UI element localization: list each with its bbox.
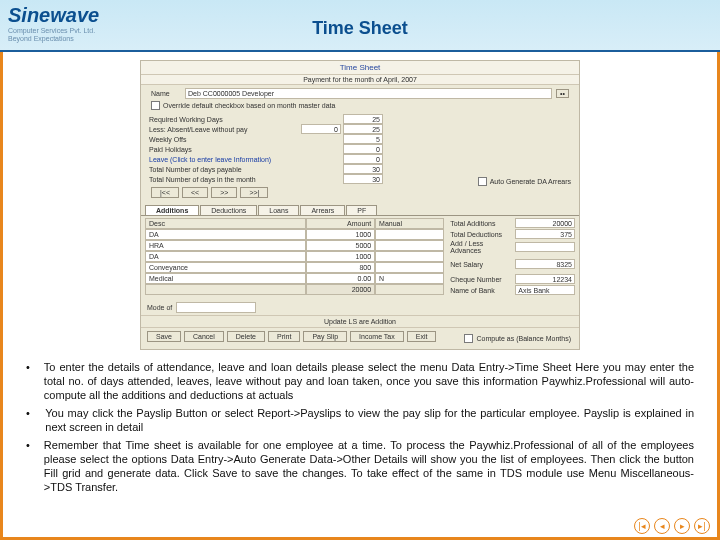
addless-label: Add / Less Advances [450,240,512,254]
payable-label: Total Number of days payable [149,166,299,173]
rec-first-button[interactable]: |<< [151,187,179,198]
list-item: •You may click the Payslip Button or sel… [26,406,694,434]
tab-additions[interactable]: Additions [145,205,199,215]
weekly-label: Weekly Offs [149,136,299,143]
da-arrears-checkbox[interactable] [478,177,487,186]
col-amount: Amount [306,218,375,229]
table-row: Medical0.00N [145,273,444,284]
incometax-button[interactable]: Income Tax [350,331,404,342]
col-desc: Desc [145,218,306,229]
tab-deductions[interactable]: Deductions [200,205,257,215]
exit-button[interactable]: Exit [407,331,437,342]
window-subtitle: Payment for the month of April, 2007 [141,75,579,85]
paid-value: 0 [343,144,383,154]
payable-value: 30 [343,164,383,174]
tab-arrears[interactable]: Arrears [300,205,345,215]
list-item: •Remember that Time sheet is available f… [26,438,694,494]
col-manual: Manual [375,218,444,229]
delete-button[interactable]: Delete [227,331,265,342]
bullet-list: •To enter the details of attendance, lea… [26,360,694,498]
absent-input[interactable]: 0 [301,124,341,134]
nav-next-icon[interactable]: ▸ [674,518,690,534]
rec-next-button[interactable]: >> [211,187,237,198]
tab-pf[interactable]: PF [346,205,377,215]
tot-ded-label: Total Deductions [450,231,512,238]
addless-value[interactable] [515,242,575,252]
cancel-button[interactable]: Cancel [184,331,224,342]
header: Sinewave Computer Services Pvt. Ltd. Bey… [0,0,720,52]
net-value: 8325 [515,259,575,269]
nav-first-icon[interactable]: |◂ [634,518,650,534]
bullet-icon: • [26,406,31,434]
tot-add-label: Total Additions [450,220,512,227]
update-ls-button[interactable]: Update LS are Addition [141,315,579,328]
bank-label: Name of Bank [450,287,512,294]
list-item: •To enter the details of attendance, lea… [26,360,694,402]
name-field[interactable]: Deb CC0000005 Developer [185,88,552,99]
tot-ded-value: 375 [515,229,575,239]
absent-label: Less: Absent/Leave without pay [149,126,299,133]
page-title: Time Sheet [0,18,720,39]
rec-prev-button[interactable]: << [182,187,208,198]
override-label: Override default checkbox based on month… [163,102,335,109]
nav-prev-icon[interactable]: ◂ [654,518,670,534]
inmonth-value: 30 [343,174,383,184]
leave-value: 0 [343,154,383,164]
compute-label: Compute as (Balance Months) [476,335,571,342]
leave-link[interactable]: Leave (Click to enter leave Information) [149,156,299,163]
app-screenshot: Time Sheet Payment for the month of Apri… [140,60,580,350]
rec-last-button[interactable]: >>| [240,187,268,198]
tot-add-value: 20000 [515,218,575,228]
additions-table: Desc Amount Manual DA1000 HRA5000 DA1000… [145,218,444,296]
req-days-label: Required Working Days [149,116,299,123]
window-title: Time Sheet [141,61,579,75]
tab-bar: Additions Deductions Loans Arrears PF [141,205,579,216]
table-row: Conveyance800 [145,262,444,273]
payslip-button[interactable]: Pay Slip [303,331,347,342]
nav-last-icon[interactable]: ▸| [694,518,710,534]
save-button[interactable]: Save [147,331,181,342]
tab-loans[interactable]: Loans [258,205,299,215]
da-arrears-label: Auto Generate DA Arrears [490,178,571,185]
paid-label: Paid Holidays [149,146,299,153]
lookup-icon[interactable]: •• [556,89,569,98]
summary-panel: Total Additions20000 Total Deductions375… [450,218,575,296]
inmonth-label: Total Number of days in the month [149,176,299,183]
da-arrears-row: Auto Generate DA Arrears [478,177,571,186]
override-checkbox[interactable] [151,101,160,110]
cheque-label: Cheque Number [450,276,512,283]
absent-value: 25 [343,124,383,134]
table-row: DA1000 [145,251,444,262]
table-row: DA1000 [145,229,444,240]
mode-label: Mode of [147,304,172,311]
weekly-value: 5 [343,134,383,144]
net-label: Net Salary [450,261,512,268]
name-label: Name [151,90,181,97]
slide-nav: |◂ ◂ ▸ ▸| [634,518,710,534]
compute-checkbox[interactable] [464,334,473,343]
bank-value[interactable]: Axis Bank [515,285,575,295]
req-days-value: 25 [343,114,383,124]
print-button[interactable]: Print [268,331,300,342]
bullet-icon: • [26,438,30,494]
table-row: HRA5000 [145,240,444,251]
mode-select[interactable] [176,302,256,313]
bullet-icon: • [26,360,30,402]
table-total: 20000 [145,284,444,295]
cheque-value[interactable]: 12234 [515,274,575,284]
